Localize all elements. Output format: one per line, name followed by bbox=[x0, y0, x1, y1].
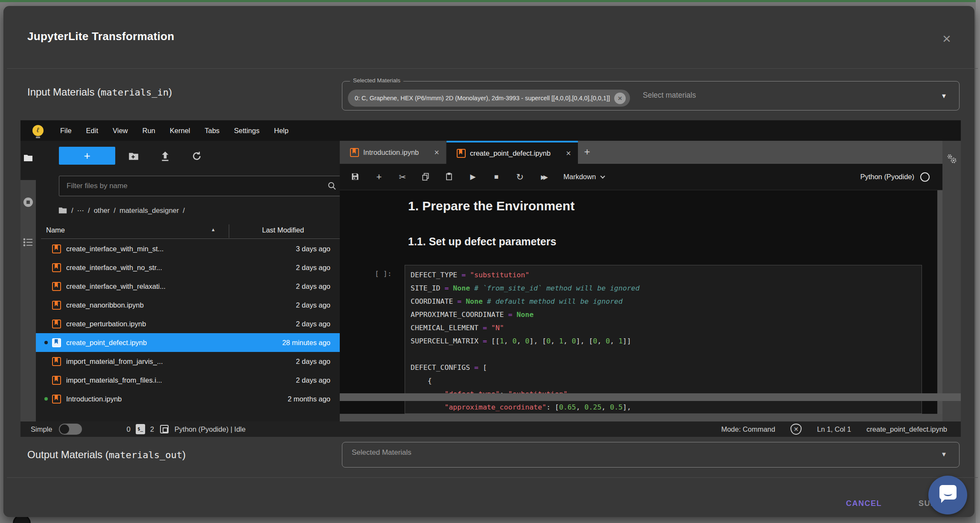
file-dot-placeholder bbox=[44, 266, 48, 269]
code-line: { bbox=[411, 374, 916, 387]
file-dot-placeholder bbox=[44, 360, 48, 363]
kernel-name[interactable]: Python (Pyodide) bbox=[860, 173, 914, 181]
restart-run-all-icon[interactable]: ▶▶ bbox=[539, 172, 548, 182]
file-row[interactable]: create_point_defect.ipynb28 minutes ago bbox=[36, 333, 340, 352]
file-row[interactable]: create_interface_with_relaxati...2 days … bbox=[36, 277, 340, 296]
notebook-file-icon bbox=[52, 338, 61, 347]
code-cell[interactable]: DEFECT_TYPE = "substitution"SITE_ID = No… bbox=[405, 265, 922, 414]
activity-bar bbox=[20, 141, 36, 421]
tab-create_point_defect-ipynb[interactable]: create_point_defect.ipynb× bbox=[446, 141, 578, 164]
code-line bbox=[411, 348, 916, 361]
breadcrumb-segment[interactable]: ⋯ bbox=[77, 206, 85, 215]
cell-type-dropdown[interactable]: Markdown bbox=[563, 173, 604, 181]
file-name: create_interface_with_relaxati... bbox=[66, 282, 166, 291]
markdown-heading-1[interactable]: 1. Prepare the Environment bbox=[408, 199, 575, 213]
menu-file[interactable]: File bbox=[53, 127, 79, 135]
stop-icon[interactable]: ■ bbox=[492, 172, 501, 182]
notebook-file-icon bbox=[350, 148, 359, 157]
menu-view[interactable]: View bbox=[105, 127, 135, 135]
menu-help[interactable]: Help bbox=[267, 127, 296, 135]
trust-shield-icon[interactable]: ✕ bbox=[790, 424, 802, 435]
search-icon bbox=[327, 181, 337, 191]
tab-close-icon[interactable]: × bbox=[566, 148, 571, 158]
file-row[interactable]: import_material_from_jarvis_...2 days ag… bbox=[36, 352, 340, 371]
file-row[interactable]: create_interface_with_min_st...3 days ag… bbox=[36, 239, 340, 258]
new-tab-icon[interactable]: + bbox=[578, 141, 597, 164]
file-list-header: Name ▲ Last Modified bbox=[41, 224, 340, 239]
notebook-file-icon bbox=[52, 320, 61, 328]
cancel-button[interactable]: CANCEL bbox=[838, 495, 890, 512]
restart-kernel-icon[interactable]: ↻ bbox=[515, 172, 525, 182]
tab-label: Introduction.ipynb bbox=[363, 148, 419, 157]
menu-tabs[interactable]: Tabs bbox=[197, 127, 227, 135]
running-kernels-tab-icon[interactable] bbox=[23, 197, 33, 207]
breadcrumb[interactable]: /⋯/other/materials_designer/ bbox=[58, 206, 185, 215]
markdown-heading-2[interactable]: 1.1. Set up defect parameters bbox=[408, 235, 556, 248]
breadcrumb-segment[interactable]: / bbox=[71, 206, 73, 215]
file-row[interactable]: create_interface_with_no_str...2 days ag… bbox=[36, 258, 340, 277]
file-browser-tab-icon[interactable] bbox=[23, 153, 33, 163]
code-line: SITE_ID = None # `from_site_id` method w… bbox=[411, 282, 916, 295]
chat-widget-button[interactable] bbox=[928, 476, 967, 514]
paste-icon[interactable] bbox=[445, 172, 454, 182]
menu-settings[interactable]: Settings bbox=[227, 127, 267, 135]
file-row[interactable]: Introduction.ipynb2 months ago bbox=[36, 389, 340, 408]
column-name[interactable]: Name bbox=[46, 226, 65, 234]
kernel-count[interactable]: 2 bbox=[150, 425, 154, 433]
kernel-status-icon[interactable] bbox=[920, 172, 930, 182]
add-cell-icon[interactable]: + bbox=[374, 172, 384, 182]
refresh-icon[interactable] bbox=[191, 151, 202, 162]
file-last-modified: 3 days ago bbox=[296, 245, 330, 253]
file-name: Introduction.ipynb bbox=[66, 395, 122, 403]
cut-icon[interactable]: ✂ bbox=[398, 172, 407, 182]
file-row[interactable]: create_nanoribbon.ipynb2 days ago bbox=[36, 296, 340, 314]
chip-remove-icon[interactable]: × bbox=[614, 93, 626, 104]
breadcrumb-folder-icon[interactable] bbox=[58, 206, 67, 215]
input-materials-label: Input Materials (materials_in) bbox=[27, 86, 172, 98]
run-icon[interactable]: ▶ bbox=[468, 172, 478, 182]
tab-Introduction-ipynb[interactable]: Introduction.ipynb× bbox=[340, 141, 446, 164]
output-select-caret-icon[interactable]: ▼ bbox=[941, 450, 947, 458]
terminal-count[interactable]: 0 bbox=[126, 425, 130, 433]
file-row[interactable]: create_perturbation.ipynb2 days ago bbox=[36, 314, 340, 333]
table-of-contents-tab-icon[interactable] bbox=[23, 237, 33, 247]
breadcrumb-segment[interactable]: materials_designer bbox=[120, 206, 179, 215]
simple-mode-toggle[interactable] bbox=[59, 424, 82, 435]
menubar-items: FileEditViewRunKernelTabsSettingsHelp bbox=[53, 127, 296, 135]
cursor-position[interactable]: Ln 1, Col 1 bbox=[817, 425, 851, 433]
breadcrumb-segment[interactable]: / bbox=[114, 206, 116, 215]
material-chip[interactable]: 0: C, Graphene, HEX (P6/mmm) 2D (Monolay… bbox=[348, 90, 630, 107]
notebook-file-icon bbox=[457, 149, 466, 158]
page-top-accent bbox=[0, 0, 980, 2]
right-sidebar bbox=[942, 141, 961, 421]
filter-files-input[interactable] bbox=[59, 176, 341, 196]
mode-indicator[interactable]: Mode: Command bbox=[721, 425, 776, 433]
save-icon[interactable] bbox=[351, 172, 360, 182]
horizontal-scrollbar[interactable] bbox=[340, 393, 961, 401]
breadcrumb-segment[interactable]: / bbox=[88, 206, 90, 215]
chevron-down-icon bbox=[600, 174, 605, 178]
file-name: import_material_from_jarvis_... bbox=[66, 357, 163, 366]
file-row[interactable]: import_materials_from_files.i...2 days a… bbox=[36, 371, 340, 389]
property-inspector-gears-icon[interactable] bbox=[946, 154, 957, 166]
output-select-label: Selected Materials bbox=[352, 448, 411, 457]
column-last-modified[interactable]: Last Modified bbox=[262, 226, 304, 234]
tab-close-icon[interactable]: × bbox=[434, 148, 439, 157]
new-launcher-button[interactable]: + bbox=[59, 147, 115, 165]
notebook-scrollbar[interactable] bbox=[937, 190, 942, 414]
output-materials-select[interactable] bbox=[342, 442, 960, 468]
breadcrumb-segment[interactable]: other bbox=[94, 206, 110, 215]
tab-bar: Introduction.ipynb×create_point_defect.i… bbox=[340, 141, 942, 164]
copy-icon[interactable] bbox=[421, 172, 431, 182]
menu-run[interactable]: Run bbox=[135, 127, 163, 135]
menu-kernel[interactable]: Kernel bbox=[163, 127, 198, 135]
upload-icon[interactable] bbox=[160, 151, 171, 162]
kernel-status-text[interactable]: Python (Pyodide) | Idle bbox=[175, 425, 246, 433]
breadcrumb-segment[interactable]: / bbox=[183, 206, 185, 215]
close-icon[interactable]: × bbox=[937, 30, 956, 49]
new-folder-icon[interactable] bbox=[128, 151, 139, 162]
input-select-caret-icon[interactable]: ▼ bbox=[941, 92, 947, 99]
menu-edit[interactable]: Edit bbox=[79, 127, 105, 135]
sort-ascending-icon[interactable]: ▲ bbox=[211, 227, 216, 232]
file-name: create_interface_with_no_str... bbox=[66, 264, 162, 272]
